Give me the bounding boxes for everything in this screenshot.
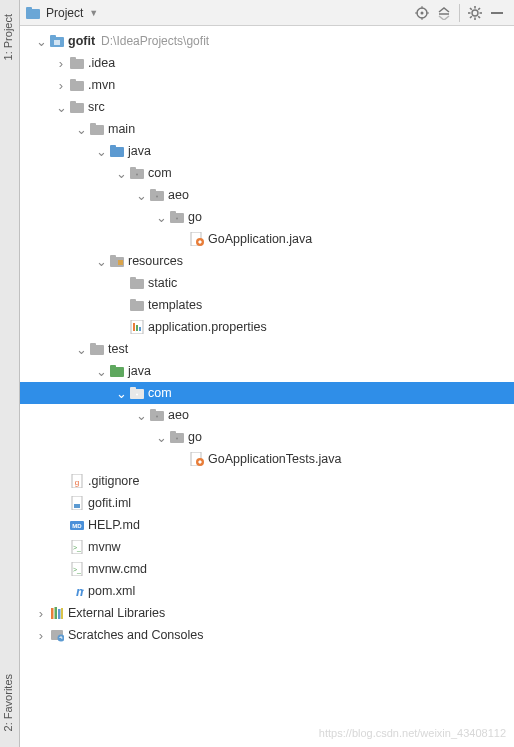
- tree-row[interactable]: >g.gitignore: [20, 470, 514, 492]
- chevron-down-icon[interactable]: ⌄: [114, 166, 128, 181]
- tree-row[interactable]: ⌄go: [20, 426, 514, 448]
- svg-point-66: [176, 438, 178, 440]
- tree-row[interactable]: ›.mvn: [20, 74, 514, 96]
- svg-rect-20: [50, 35, 56, 39]
- tree-label: go: [186, 210, 202, 224]
- tree-row[interactable]: ⌄src: [20, 96, 514, 118]
- tree-row[interactable]: >GoApplication.java: [20, 228, 514, 250]
- chevron-down-icon[interactable]: ⌄: [134, 408, 148, 423]
- hide-icon[interactable]: [486, 2, 508, 24]
- tree-label: mvnw: [86, 540, 121, 554]
- svg-text:m: m: [76, 584, 84, 598]
- tree-row[interactable]: >mpom.xml: [20, 580, 514, 602]
- svg-line-16: [478, 8, 480, 10]
- svg-rect-45: [118, 260, 123, 265]
- tree-row[interactable]: ⌄resources: [20, 250, 514, 272]
- chevron-down-icon[interactable]: ⌄: [94, 364, 108, 379]
- src-folder-icon: [108, 145, 126, 157]
- tree-row[interactable]: ⌄aeo: [20, 184, 514, 206]
- svg-rect-27: [70, 101, 76, 105]
- svg-point-60: [136, 394, 138, 396]
- svg-rect-44: [110, 255, 116, 259]
- svg-rect-25: [70, 79, 76, 83]
- chevron-down-icon[interactable]: ⌄: [74, 342, 88, 357]
- svg-rect-57: [110, 365, 116, 369]
- chevron-right-icon[interactable]: ›: [34, 628, 48, 643]
- svg-line-17: [470, 16, 472, 18]
- tree-row[interactable]: ›.idea: [20, 52, 514, 74]
- tree-row[interactable]: >GoApplicationTests.java: [20, 448, 514, 470]
- tree-label: Scratches and Consoles: [66, 628, 204, 642]
- tree-row[interactable]: ⌄aeo: [20, 404, 514, 426]
- chevron-down-icon[interactable]: ⌄: [154, 210, 168, 225]
- tree-label: com: [146, 386, 172, 400]
- svg-text:>_: >_: [73, 544, 81, 552]
- package-icon: [168, 431, 186, 443]
- tree-row[interactable]: ⌄go: [20, 206, 514, 228]
- folder-icon: [68, 101, 86, 113]
- tree-row[interactable]: ⌄java: [20, 360, 514, 382]
- rail-tab-project[interactable]: 1: Project: [0, 6, 16, 68]
- toolbar-separator: [459, 4, 460, 22]
- chevron-down-icon[interactable]: ⌄: [94, 254, 108, 269]
- tree-row[interactable]: >templates: [20, 294, 514, 316]
- props-icon: [128, 320, 146, 334]
- svg-rect-65: [170, 431, 176, 435]
- java-main-icon: [188, 232, 206, 246]
- tree-label: gofit: [66, 34, 95, 48]
- tree-row[interactable]: >application.properties: [20, 316, 514, 338]
- tree-row[interactable]: >gofit.iml: [20, 492, 514, 514]
- tree-row[interactable]: >MDHELP.md: [20, 514, 514, 536]
- tree-row[interactable]: >>_mvnw.cmd: [20, 558, 514, 580]
- tree-label: main: [106, 122, 135, 136]
- chevron-down-icon[interactable]: ⌄: [134, 188, 148, 203]
- tree-row[interactable]: ⌄com: [20, 382, 514, 404]
- chevron-down-icon[interactable]: ⌄: [54, 100, 68, 115]
- collapse-all-icon[interactable]: [433, 2, 455, 24]
- tree-row[interactable]: ⌄com: [20, 162, 514, 184]
- tree-row[interactable]: >>_mvnw: [20, 536, 514, 558]
- chevron-down-icon[interactable]: ⌄: [74, 122, 88, 137]
- chevron-down-icon[interactable]: ⌄: [94, 144, 108, 159]
- svg-point-3: [421, 11, 424, 14]
- chevron-down-icon[interactable]: ▼: [89, 8, 98, 18]
- svg-point-37: [156, 196, 158, 198]
- tree-row[interactable]: ⌄gofitD:\IdeaProjects\gofit: [20, 30, 514, 52]
- toolbar-title[interactable]: Project: [46, 6, 83, 20]
- svg-rect-59: [130, 387, 136, 391]
- file-md-icon: MD: [68, 518, 86, 532]
- locate-icon[interactable]: [411, 2, 433, 24]
- tree-label: GoApplication.java: [206, 232, 312, 246]
- tree-row[interactable]: ⌄test: [20, 338, 514, 360]
- svg-rect-1: [26, 7, 32, 11]
- tree-label: mvnw.cmd: [86, 562, 147, 576]
- file-sh-icon: >_: [68, 562, 86, 576]
- svg-rect-23: [70, 57, 76, 61]
- tree-row[interactable]: ›External Libraries: [20, 602, 514, 624]
- file-sh-icon: >_: [68, 540, 86, 554]
- chevron-down-icon[interactable]: ⌄: [154, 430, 168, 445]
- project-tree[interactable]: ⌄gofitD:\IdeaProjects\gofit›.idea›.mvn⌄s…: [20, 26, 514, 747]
- chevron-right-icon[interactable]: ›: [34, 606, 48, 621]
- chevron-right-icon[interactable]: ›: [54, 78, 68, 93]
- svg-rect-83: [61, 608, 63, 619]
- rail-tab-favorites[interactable]: 2: Favorites: [0, 666, 16, 739]
- svg-text:MD: MD: [72, 523, 82, 529]
- chevron-down-icon[interactable]: ⌄: [114, 386, 128, 401]
- folder-icon: [68, 57, 86, 69]
- gear-icon[interactable]: [464, 2, 486, 24]
- svg-line-14: [470, 8, 472, 10]
- tree-label: External Libraries: [66, 606, 165, 620]
- svg-rect-49: [130, 299, 136, 303]
- tree-row[interactable]: ⌄java: [20, 140, 514, 162]
- tree-row[interactable]: >static: [20, 272, 514, 294]
- svg-point-9: [472, 10, 478, 16]
- file-pom-icon: m: [68, 584, 86, 598]
- tree-row[interactable]: ›Scratches and Consoles: [20, 624, 514, 646]
- chevron-right-icon[interactable]: ›: [54, 56, 68, 71]
- svg-point-40: [176, 218, 178, 220]
- tree-row[interactable]: ⌄main: [20, 118, 514, 140]
- package-icon: [148, 189, 166, 201]
- chevron-down-icon[interactable]: ⌄: [34, 34, 48, 49]
- tree-label: java: [126, 364, 151, 378]
